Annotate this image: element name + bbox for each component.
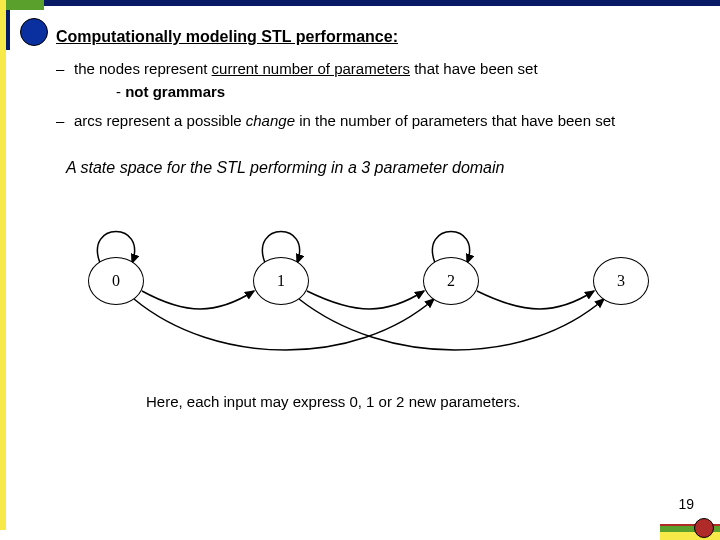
bullet-2-pre: arcs represent a possible bbox=[74, 112, 246, 129]
sub-bold: not grammars bbox=[125, 83, 225, 100]
bullet-1-underline: current number of parameters bbox=[212, 60, 410, 77]
diagram-footer: Here, each input may express 0, 1 or 2 n… bbox=[146, 393, 700, 410]
state-node-2: 2 bbox=[423, 257, 479, 305]
bullet-dash: – bbox=[56, 112, 74, 129]
bullet-2-text: arcs represent a possible change in the … bbox=[74, 112, 615, 129]
bullet-1-sub: - not grammars bbox=[116, 83, 700, 100]
bullet-1-pre: the nodes represent bbox=[74, 60, 212, 77]
bullet-2-post: in the number of parameters that have be… bbox=[295, 112, 615, 129]
title-bullet-icon bbox=[20, 18, 48, 46]
slide-content: Computationally modeling STL performance… bbox=[56, 28, 700, 410]
page-number: 19 bbox=[678, 496, 694, 512]
bullet-2-italic: change bbox=[246, 112, 295, 129]
state-diagram: 0 1 2 3 bbox=[56, 207, 696, 377]
diagram-caption: A state space for the STL performing in … bbox=[66, 159, 700, 177]
state-node-3: 3 bbox=[593, 257, 649, 305]
left-decoration-accent bbox=[6, 10, 10, 50]
top-decoration bbox=[0, 0, 720, 10]
bullet-1-post: that have been set bbox=[410, 60, 538, 77]
slide-heading: Computationally modeling STL performance… bbox=[56, 28, 700, 46]
bullet-1: – the nodes represent current number of … bbox=[56, 60, 700, 77]
bullet-1-text: the nodes represent current number of pa… bbox=[74, 60, 538, 77]
bottom-right-decoration bbox=[660, 526, 720, 540]
sub-dash: - bbox=[116, 83, 125, 100]
left-decoration bbox=[0, 10, 6, 530]
bullet-dash: – bbox=[56, 60, 74, 77]
bullet-2: – arcs represent a possible change in th… bbox=[56, 112, 700, 129]
state-node-1: 1 bbox=[253, 257, 309, 305]
state-node-0: 0 bbox=[88, 257, 144, 305]
